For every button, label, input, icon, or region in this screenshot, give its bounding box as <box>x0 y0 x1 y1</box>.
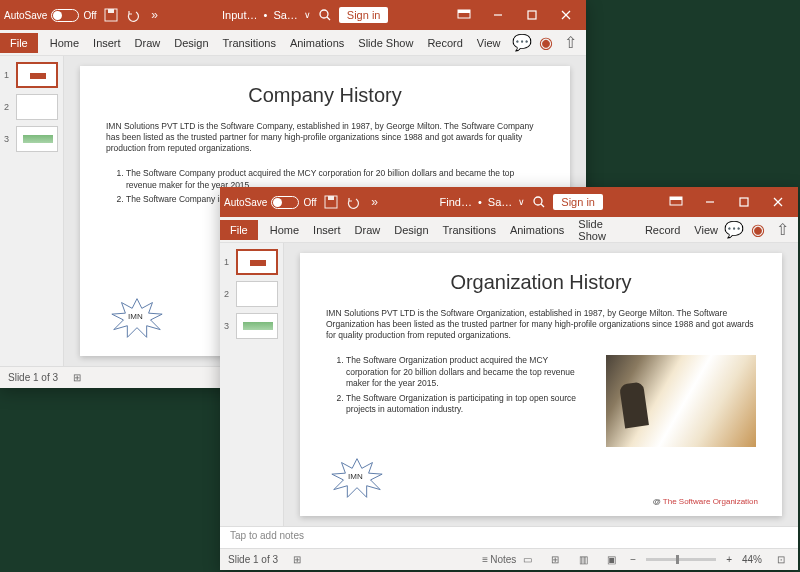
svg-rect-1 <box>108 9 114 13</box>
slide-bullets[interactable]: The Software Organization product acquir… <box>326 355 592 447</box>
thumb-1[interactable]: 1 <box>4 62 59 88</box>
thumb-2[interactable]: 2 <box>224 281 279 307</box>
ribbon-tabs: File Home Insert Draw Design Transitions… <box>220 217 798 243</box>
svg-line-14 <box>541 204 544 207</box>
svg-rect-16 <box>670 197 682 200</box>
titlebar[interactable]: AutoSave Off » Find… • Sa… ∨ Sign in <box>220 187 798 217</box>
tab-file[interactable]: File <box>0 33 38 53</box>
doc-saved: Sa… <box>273 9 297 21</box>
slide-counter: Slide 1 of 3 <box>8 372 58 383</box>
tab-draw[interactable]: Draw <box>349 220 387 240</box>
tab-design[interactable]: Design <box>168 33 214 53</box>
svg-rect-18 <box>740 198 748 206</box>
svg-point-13 <box>534 197 542 205</box>
svg-line-3 <box>327 17 330 20</box>
close-button[interactable] <box>550 0 582 30</box>
tab-insert[interactable]: Insert <box>87 33 127 53</box>
share-icon[interactable]: ⇧ <box>774 222 790 238</box>
save-icon[interactable] <box>323 194 339 210</box>
tab-transitions[interactable]: Transitions <box>437 220 502 240</box>
zoom-out[interactable]: − <box>630 554 636 565</box>
tab-home[interactable]: Home <box>44 33 85 53</box>
slide-image[interactable] <box>606 355 756 447</box>
svg-point-2 <box>320 10 328 18</box>
autosave-toggle[interactable]: AutoSave Off <box>224 196 317 209</box>
notes-pane[interactable]: Tap to add notes <box>220 526 798 548</box>
doc-title: Input… <box>222 9 257 21</box>
reading-view-icon[interactable]: ▥ <box>574 552 592 568</box>
maximize-button[interactable] <box>516 0 548 30</box>
tab-slideshow[interactable]: Slide Show <box>352 33 419 53</box>
ribbon-tabs: File Home Insert Draw Design Transitions… <box>0 30 586 56</box>
ribbon-display-icon[interactable] <box>660 187 692 217</box>
tab-design[interactable]: Design <box>388 220 434 240</box>
sorter-view-icon[interactable]: ⊞ <box>546 552 564 568</box>
zoom-in[interactable]: + <box>726 554 732 565</box>
slide-counter: Slide 1 of 3 <box>228 554 278 565</box>
slide-thumbnails: 1 2 3 <box>220 243 284 526</box>
undo-icon[interactable] <box>125 7 141 23</box>
slide-paragraph[interactable]: IMN Solutions PVT LTD is the Software Co… <box>106 121 544 154</box>
slide-canvas[interactable]: Organization History IMN Solutions PVT L… <box>284 243 798 526</box>
svg-rect-12 <box>328 196 334 200</box>
autosave-toggle[interactable]: AutoSave Off <box>4 9 97 22</box>
slideshow-view-icon[interactable]: ▣ <box>602 552 620 568</box>
accessibility-icon[interactable]: ⊞ <box>288 552 306 568</box>
search-icon[interactable] <box>531 194 547 210</box>
record-icon[interactable]: ◉ <box>750 222 766 238</box>
slide-title[interactable]: Company History <box>106 84 544 107</box>
tab-view[interactable]: View <box>688 220 724 240</box>
doc-saved: Sa… <box>488 196 512 208</box>
share-icon[interactable]: ⇧ <box>562 35 578 51</box>
ribbon-display-icon[interactable] <box>448 0 480 30</box>
comments-icon[interactable]: 💬 <box>514 35 530 51</box>
more-icon[interactable]: » <box>367 194 383 210</box>
search-icon[interactable] <box>317 7 333 23</box>
thumb-2[interactable]: 2 <box>4 94 59 120</box>
tab-file[interactable]: File <box>220 220 258 240</box>
notes-button[interactable]: ≡Notes <box>490 552 508 568</box>
thumb-1[interactable]: 1 <box>224 249 279 275</box>
tab-insert[interactable]: Insert <box>307 220 347 240</box>
minimize-button[interactable] <box>694 187 726 217</box>
zoom-percent[interactable]: 44% <box>742 554 762 565</box>
slide-content[interactable]: Organization History IMN Solutions PVT L… <box>300 253 782 516</box>
tab-view[interactable]: View <box>471 33 507 53</box>
normal-view-icon[interactable]: ▭ <box>518 552 536 568</box>
starburst-shape[interactable]: IMN <box>108 296 166 340</box>
thumb-3[interactable]: 3 <box>4 126 59 152</box>
maximize-button[interactable] <box>728 187 760 217</box>
svg-rect-5 <box>458 10 470 13</box>
slide-thumbnails: 1 2 3 <box>0 56 64 366</box>
tab-draw[interactable]: Draw <box>129 33 167 53</box>
undo-icon[interactable] <box>345 194 361 210</box>
slide-paragraph[interactable]: IMN Solutions PVT LTD is the Software Or… <box>326 308 756 341</box>
tab-home[interactable]: Home <box>264 220 305 240</box>
tab-record[interactable]: Record <box>421 33 468 53</box>
svg-rect-7 <box>528 11 536 19</box>
tab-animations[interactable]: Animations <box>504 220 570 240</box>
save-icon[interactable] <box>103 7 119 23</box>
doc-title: Find… <box>440 196 472 208</box>
zoom-slider[interactable] <box>646 558 716 561</box>
tab-animations[interactable]: Animations <box>284 33 350 53</box>
record-icon[interactable]: ◉ <box>538 35 554 51</box>
status-bar: Slide 1 of 3 ⊞ ≡Notes ▭ ⊞ ▥ ▣ − + 44% ⊡ <box>220 548 798 570</box>
comments-icon[interactable]: 💬 <box>726 222 742 238</box>
tab-record[interactable]: Record <box>639 220 686 240</box>
thumb-3[interactable]: 3 <box>224 313 279 339</box>
starburst-shape[interactable]: IMN <box>328 456 386 500</box>
slide-footer[interactable]: @ The Software Organization <box>653 497 758 506</box>
powerpoint-window-front: AutoSave Off » Find… • Sa… ∨ Sign in Fil… <box>220 187 798 570</box>
titlebar[interactable]: AutoSave Off » Input… • Sa… ∨ Sign in <box>0 0 586 30</box>
minimize-button[interactable] <box>482 0 514 30</box>
fit-icon[interactable]: ⊡ <box>772 552 790 568</box>
signin-button[interactable]: Sign in <box>553 194 603 210</box>
tab-slideshow[interactable]: Slide Show <box>572 214 637 246</box>
slide-title[interactable]: Organization History <box>326 271 756 294</box>
signin-button[interactable]: Sign in <box>339 7 389 23</box>
more-icon[interactable]: » <box>147 7 163 23</box>
tab-transitions[interactable]: Transitions <box>217 33 282 53</box>
accessibility-icon[interactable]: ⊞ <box>68 370 86 386</box>
close-button[interactable] <box>762 187 794 217</box>
